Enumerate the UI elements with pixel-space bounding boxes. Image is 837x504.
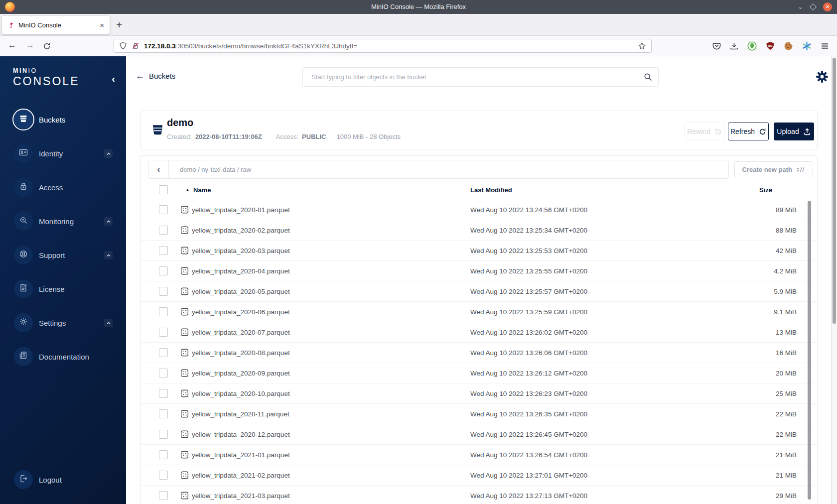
sort-ascending-icon[interactable]: ▲ (185, 187, 190, 192)
page-scrollbar[interactable] (831, 56, 837, 504)
table-row[interactable]: yellow_tripdata_2020-09.parquet Wed Aug … (140, 363, 817, 383)
table-row[interactable]: yellow_tripdata_2021-02.parquet Wed Aug … (140, 465, 817, 486)
object-name[interactable]: yellow_tripdata_2021-02.parquet (192, 472, 290, 479)
column-header-name[interactable]: Name (193, 186, 211, 194)
table-row[interactable]: yellow_tripdata_2020-05.parquet Wed Aug … (140, 281, 817, 302)
ublock-origin-extension-icon[interactable]: uO (766, 41, 775, 50)
sidebar-item-license[interactable]: License (0, 279, 126, 299)
object-name[interactable]: yellow_tripdata_2020-02.parquet (192, 227, 290, 234)
object-name[interactable]: yellow_tripdata_2020-12.parquet (192, 431, 290, 438)
row-checkbox[interactable] (159, 450, 168, 459)
page-scrollbar-thumb[interactable] (833, 58, 836, 324)
row-checkbox[interactable] (159, 471, 168, 480)
row-checkbox[interactable] (159, 409, 168, 418)
refresh-button[interactable]: Refresh (728, 123, 769, 140)
column-header-last-modified[interactable]: Last Modified (470, 186, 512, 194)
hamburger-menu-icon[interactable] (821, 42, 829, 50)
object-name[interactable]: yellow_tripdata_2021-01.parquet (192, 451, 290, 459)
sidebar-item-identity[interactable]: Identity (0, 143, 126, 163)
reload-icon[interactable] (43, 42, 51, 50)
bookmark-star-icon[interactable] (638, 42, 646, 50)
row-checkbox[interactable] (159, 287, 168, 296)
row-checkbox[interactable] (159, 328, 168, 337)
object-name[interactable]: yellow_tripdata_2020-03.parquet (192, 247, 290, 254)
sidebar-item-label: License (39, 285, 65, 293)
chevron-up-icon[interactable] (104, 319, 113, 327)
path-back-icon[interactable]: ‹ (149, 160, 169, 178)
table-row[interactable]: yellow_tripdata_2020-08.parquet Wed Aug … (140, 343, 817, 363)
created-value: 2022-08-10T11:19:06Z (195, 133, 262, 140)
row-checkbox[interactable] (159, 430, 168, 439)
object-name[interactable]: yellow_tripdata_2020-08.parquet (192, 349, 290, 357)
window-close-button[interactable]: × (823, 2, 832, 11)
row-checkbox[interactable] (159, 266, 168, 275)
row-checkbox[interactable] (159, 246, 168, 255)
settings-gear-icon[interactable] (815, 70, 829, 84)
create-new-path-button[interactable]: Create new path (734, 161, 813, 177)
chevron-up-icon[interactable] (104, 217, 113, 226)
object-name[interactable]: yellow_tripdata_2020-09.parquet (192, 370, 290, 377)
row-checkbox[interactable] (159, 226, 168, 235)
sidebar-item-monitoring[interactable]: Monitoring (0, 211, 126, 231)
object-name[interactable]: yellow_tripdata_2020-05.parquet (192, 288, 290, 295)
cookie-extension-icon[interactable] (784, 41, 793, 51)
row-checkbox[interactable] (159, 205, 168, 214)
table-row[interactable]: yellow_tripdata_2021-03.parquet Wed Aug … (140, 486, 817, 504)
object-name[interactable]: yellow_tripdata_2020-01.parquet (192, 206, 290, 214)
new-tab-button[interactable]: + (116, 17, 122, 32)
tracking-shield-icon[interactable] (119, 42, 127, 50)
row-checkbox[interactable] (159, 491, 168, 500)
table-row[interactable]: yellow_tripdata_2020-04.parquet Wed Aug … (140, 261, 817, 281)
sidebar-item-support[interactable]: Support (0, 245, 126, 265)
object-name[interactable]: yellow_tripdata_2020-06.parquet (192, 308, 290, 316)
table-scrollbar-thumb[interactable] (808, 201, 811, 500)
back-to-buckets-link[interactable]: ← Buckets (136, 71, 175, 81)
url-text[interactable]: 172.18.0.3:30503/buckets/demo/browse/bnk… (144, 42, 633, 50)
row-checkbox[interactable] (159, 369, 168, 378)
insecure-lock-icon[interactable] (132, 42, 140, 50)
table-row[interactable]: yellow_tripdata_2020-11.parquet Wed Aug … (140, 404, 817, 424)
window-maximize-button[interactable] (810, 3, 817, 10)
sidebar-item-buckets[interactable]: Buckets (0, 110, 126, 129)
table-row[interactable]: yellow_tripdata_2021-01.parquet Wed Aug … (140, 445, 817, 465)
table-row[interactable]: yellow_tripdata_2020-07.parquet Wed Aug … (140, 322, 817, 343)
table-row[interactable]: yellow_tripdata_2020-10.parquet Wed Aug … (140, 383, 817, 404)
object-filter-input[interactable] (302, 67, 659, 87)
downloads-icon[interactable] (730, 42, 738, 50)
forward-nav-icon[interactable]: → (26, 40, 34, 50)
sidebar-item-documentation[interactable]: Documentation (0, 347, 126, 367)
sidebar-item-access[interactable]: Access (0, 177, 126, 197)
multi-account-containers-icon[interactable] (802, 41, 812, 51)
breadcrumb[interactable]: demo / ny-taxi-data / raw (169, 166, 251, 173)
select-all-checkbox[interactable] (159, 185, 168, 194)
sidebar-item-label: Logout (39, 476, 62, 484)
back-nav-icon[interactable]: ← (8, 40, 16, 50)
object-name[interactable]: yellow_tripdata_2021-03.parquet (192, 492, 290, 500)
sidebar-item-logout[interactable]: Logout (0, 470, 126, 490)
window-shade-button[interactable]: ⌄ (798, 4, 803, 9)
url-bar[interactable]: 172.18.0.3:30503/buckets/demo/browse/bnk… (114, 39, 652, 53)
row-checkbox[interactable] (159, 348, 168, 357)
table-row[interactable]: yellow_tripdata_2020-06.parquet Wed Aug … (140, 302, 817, 322)
row-checkbox[interactable] (159, 307, 168, 316)
privacy-badger-extension-icon[interactable] (747, 41, 757, 51)
pocket-icon[interactable] (712, 42, 721, 50)
chevron-up-icon[interactable] (104, 149, 113, 158)
table-row[interactable]: yellow_tripdata_2020-02.parquet Wed Aug … (140, 220, 817, 241)
object-name[interactable]: yellow_tripdata_2020-11.parquet (192, 410, 289, 418)
row-checkbox[interactable] (159, 389, 168, 398)
sidebar-collapse-icon[interactable]: ‹ (112, 73, 115, 85)
upload-button[interactable]: Upload (774, 123, 814, 140)
chevron-up-icon[interactable] (104, 251, 113, 259)
browser-tab[interactable]: MinIO Console × (2, 16, 110, 34)
rewind-button[interactable]: Rewind (685, 123, 724, 140)
column-header-size[interactable]: Size (759, 186, 772, 194)
tab-close-icon[interactable]: × (97, 21, 107, 29)
table-row[interactable]: yellow_tripdata_2020-01.parquet Wed Aug … (140, 200, 817, 220)
object-name[interactable]: yellow_tripdata_2020-07.parquet (192, 329, 290, 336)
sidebar-item-settings[interactable]: Settings (0, 313, 126, 333)
object-name[interactable]: yellow_tripdata_2020-04.parquet (192, 267, 290, 275)
object-name[interactable]: yellow_tripdata_2020-10.parquet (192, 390, 290, 397)
table-row[interactable]: yellow_tripdata_2020-12.parquet Wed Aug … (140, 424, 817, 445)
table-row[interactable]: yellow_tripdata_2020-03.parquet Wed Aug … (140, 241, 817, 261)
